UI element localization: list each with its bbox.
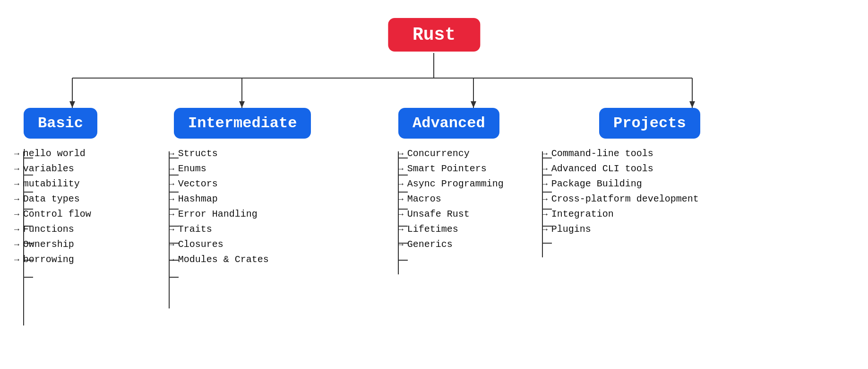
- arrow-icon: →: [14, 255, 19, 264]
- list-item: →Advanced CLI tools: [542, 164, 699, 174]
- list-item: →Cross-platform development: [542, 194, 699, 204]
- arrow-icon: →: [542, 195, 548, 203]
- item-label: Concurrency: [407, 149, 470, 158]
- item-label: Closures: [178, 240, 223, 249]
- item-label: Macros: [407, 194, 441, 204]
- list-item: →Smart Pointers: [398, 164, 504, 174]
- arrow-icon: →: [542, 165, 548, 173]
- arrow-icon: →: [14, 195, 19, 203]
- arrow-icon: →: [169, 255, 174, 264]
- arrow-icon: →: [14, 240, 19, 249]
- arrow-icon: →: [169, 149, 174, 158]
- list-intermediate: →Structs →Enums →Vectors →Hashmap →Error…: [169, 149, 269, 270]
- list-item: →Command-line tools: [542, 149, 699, 158]
- item-label: Plugins: [551, 225, 591, 234]
- item-label: hello world: [23, 149, 86, 158]
- list-item: →Structs: [169, 149, 269, 158]
- arrow-icon: →: [169, 225, 174, 234]
- list-item: →Traits: [169, 225, 269, 234]
- arrow-icon: →: [542, 180, 548, 188]
- item-label: Enums: [178, 164, 206, 174]
- arrow-icon: →: [398, 240, 404, 249]
- list-item: →Closures: [169, 240, 269, 249]
- item-label: variables: [23, 164, 74, 174]
- category-basic: Basic: [24, 108, 97, 139]
- diagram: Rust Basic Intermediate Advanced Project…: [0, 0, 868, 369]
- list-item: →Functions: [14, 225, 91, 234]
- category-basic-label: Basic: [38, 114, 83, 132]
- arrow-icon: →: [398, 165, 404, 173]
- item-label: Ownership: [23, 240, 74, 249]
- list-item: →Async Programming: [398, 179, 504, 189]
- item-label: Async Programming: [407, 179, 504, 189]
- arrow-icon: →: [169, 165, 174, 173]
- list-projects: →Command-line tools →Advanced CLI tools …: [542, 149, 699, 240]
- list-item: →Enums: [169, 164, 269, 174]
- arrow-icon: →: [14, 180, 19, 188]
- svg-marker-9: [689, 101, 695, 108]
- arrow-icon: →: [169, 210, 174, 219]
- svg-marker-7: [471, 101, 476, 108]
- arrow-icon: →: [14, 165, 19, 173]
- arrow-icon: →: [398, 149, 404, 158]
- arrow-icon: →: [14, 149, 19, 158]
- list-item: →Plugins: [542, 225, 699, 234]
- root-node: Rust: [388, 18, 480, 52]
- arrow-icon: →: [169, 240, 174, 249]
- list-item: →Generics: [398, 240, 504, 249]
- item-label: Cross-platform development: [551, 194, 699, 204]
- list-item: →hello world: [14, 149, 91, 158]
- arrow-icon: →: [14, 210, 19, 219]
- item-label: Modules & Crates: [178, 255, 269, 264]
- arrow-icon: →: [542, 149, 548, 158]
- item-label: Functions: [23, 225, 74, 234]
- list-basic: →hello world →variables →mutability →Dat…: [14, 149, 91, 270]
- arrow-icon: →: [398, 180, 404, 188]
- list-item: →mutability: [14, 179, 91, 189]
- arrow-icon: →: [398, 195, 404, 203]
- category-intermediate: Intermediate: [174, 108, 311, 139]
- svg-marker-5: [239, 101, 245, 108]
- category-projects-label: Projects: [613, 114, 686, 132]
- item-label: Package Building: [551, 179, 642, 189]
- list-item: →Lifetimes: [398, 225, 504, 234]
- item-label: Lifetimes: [407, 225, 458, 234]
- list-item: →Unsafe Rust: [398, 210, 504, 219]
- item-label: Integration: [551, 210, 614, 219]
- arrow-icon: →: [542, 210, 548, 219]
- item-label: Command-line tools: [551, 149, 653, 158]
- list-item: →Integration: [542, 210, 699, 219]
- item-label: Error Handling: [178, 210, 258, 219]
- item-label: Smart Pointers: [407, 164, 487, 174]
- item-label: Advanced CLI tools: [551, 164, 653, 174]
- arrow-icon: →: [398, 225, 404, 234]
- item-label: borrowing: [23, 255, 74, 264]
- list-item: →Control flow: [14, 210, 91, 219]
- category-intermediate-label: Intermediate: [188, 114, 297, 132]
- root-label: Rust: [413, 25, 455, 45]
- list-item: →borrowing: [14, 255, 91, 264]
- arrow-icon: →: [398, 210, 404, 219]
- category-projects: Projects: [599, 108, 700, 139]
- list-item: →Data types: [14, 194, 91, 204]
- list-item: →Modules & Crates: [169, 255, 269, 264]
- item-label: Structs: [178, 149, 218, 158]
- list-item: →Vectors: [169, 179, 269, 189]
- item-label: Vectors: [178, 179, 218, 189]
- arrow-icon: →: [14, 225, 19, 234]
- list-item: →variables: [14, 164, 91, 174]
- item-label: Generics: [407, 240, 453, 249]
- item-label: mutability: [23, 179, 80, 189]
- svg-marker-3: [69, 101, 75, 108]
- category-advanced-label: Advanced: [413, 114, 485, 132]
- item-label: Data types: [23, 194, 80, 204]
- item-label: Control flow: [23, 210, 91, 219]
- arrow-icon: →: [542, 225, 548, 234]
- list-item: →Error Handling: [169, 210, 269, 219]
- list-item: →Package Building: [542, 179, 699, 189]
- list-item: →Hashmap: [169, 194, 269, 204]
- item-label: Traits: [178, 225, 212, 234]
- arrow-icon: →: [169, 180, 174, 188]
- list-advanced: →Concurrency →Smart Pointers →Async Prog…: [398, 149, 504, 255]
- list-item: →Concurrency: [398, 149, 504, 158]
